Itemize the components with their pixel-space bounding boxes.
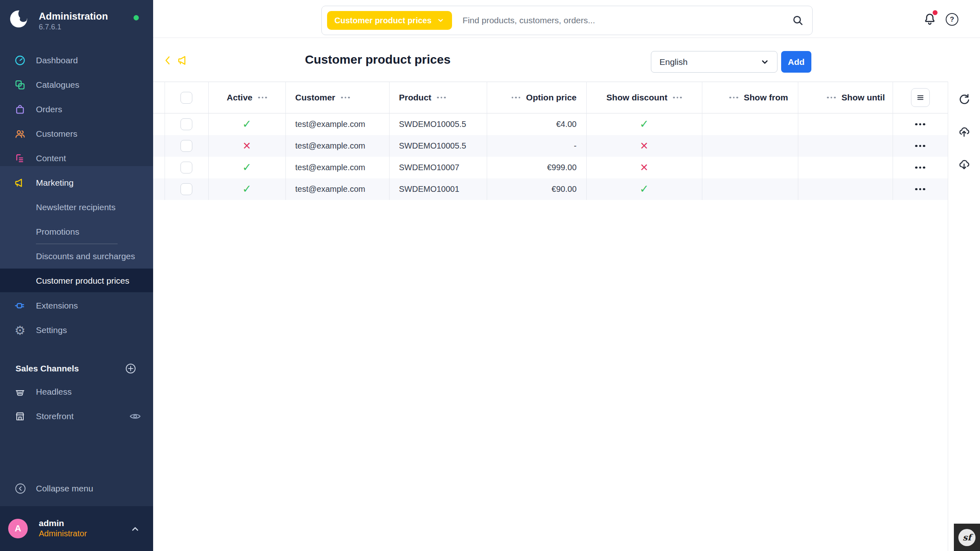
back-button[interactable] xyxy=(162,55,174,66)
column-context-menu-button[interactable] xyxy=(258,97,267,99)
grid-settings-button[interactable] xyxy=(911,88,930,107)
collapse-menu-button[interactable]: Collapse menu xyxy=(0,476,153,501)
sidebar-item-settings[interactable]: ⚙ Settings xyxy=(0,318,153,342)
column-context-menu-button[interactable] xyxy=(827,97,836,99)
row-checkbox[interactable] xyxy=(180,183,192,195)
product-cell[interactable]: SWDEMO10001 xyxy=(399,178,487,200)
show-from-cell xyxy=(702,113,788,135)
row-context-menu-button[interactable] xyxy=(915,188,925,191)
row-checkbox[interactable] xyxy=(180,162,192,173)
storefront-visibility-eye-icon[interactable] xyxy=(129,411,141,422)
option-price-cell: €90.00 xyxy=(487,178,577,200)
global-search-input[interactable]: Customer product prices Find products, c… xyxy=(321,6,813,35)
customer-cell[interactable]: test@example.com xyxy=(295,157,389,178)
sidebar-item-marketing[interactable]: Marketing xyxy=(0,171,153,195)
sidebar-item-discounts-surcharges[interactable]: Discounts and surcharges xyxy=(0,244,153,269)
notifications-button[interactable] xyxy=(923,12,938,27)
column-header-show-from: Show from xyxy=(702,82,788,113)
column-context-menu-button[interactable] xyxy=(512,97,521,99)
grid-side-toolbar xyxy=(948,82,980,551)
sales-channels-label: Sales Channels xyxy=(16,359,138,378)
customer-product-prices-table: Active Customer Product Option price Sho… xyxy=(153,82,948,200)
show-until-cell xyxy=(798,113,885,135)
sidebar-item-headless[interactable]: Headless xyxy=(0,380,153,404)
question-mark-icon: ? xyxy=(950,16,954,24)
option-price-cell: €4.00 xyxy=(487,113,577,135)
option-price-cell: €999.00 xyxy=(487,157,577,178)
sidebar-item-newsletter-recipients[interactable]: Newsletter recipients xyxy=(0,195,153,220)
show-from-cell xyxy=(702,178,788,200)
cloud-download-icon[interactable] xyxy=(958,158,970,171)
show-until-cell xyxy=(798,178,885,200)
search-icon[interactable] xyxy=(792,14,804,27)
column-header-product: Product xyxy=(399,82,487,113)
marketing-group: Marketing Newsletter recipients Promotio… xyxy=(0,166,153,292)
user-menu[interactable]: A admin Administrator xyxy=(0,506,153,551)
column-context-menu-button[interactable] xyxy=(341,97,350,99)
sidebar-item-orders[interactable]: Orders xyxy=(0,97,153,122)
smart-bar: Customer product prices English Add xyxy=(153,38,980,82)
status-dot xyxy=(134,15,139,20)
language-select[interactable]: English xyxy=(651,51,777,73)
product-cell[interactable]: SWDEMO10005.5 xyxy=(399,113,487,135)
row-checkbox[interactable] xyxy=(180,118,192,130)
help-button[interactable]: ? xyxy=(946,13,958,26)
search-scope-tag[interactable]: Customer product prices xyxy=(327,11,452,30)
symfony-profiler-toolbar[interactable]: sf xyxy=(954,524,980,551)
customer-cell[interactable]: test@example.com xyxy=(295,135,389,157)
app-version: 6.7.6.1 xyxy=(39,23,61,31)
row-context-menu-button[interactable] xyxy=(915,123,925,126)
customer-cell[interactable]: test@example.com xyxy=(295,113,389,135)
add-button[interactable]: Add xyxy=(781,51,811,73)
active-mark: ✕ xyxy=(243,141,251,151)
active-mark: ✓ xyxy=(242,162,252,173)
page-title: Customer product prices xyxy=(255,53,500,67)
row-checkbox[interactable] xyxy=(180,140,192,152)
circle-chevron-left-icon xyxy=(15,483,26,496)
show-from-cell xyxy=(702,157,788,178)
dashboard-icon xyxy=(12,48,28,73)
product-cell[interactable]: SWDEMO10007 xyxy=(399,157,487,178)
show-discount-mark: ✓ xyxy=(639,119,649,130)
select-all-checkbox[interactable] xyxy=(180,92,192,104)
sidebar-item-catalogues[interactable]: Catalogues xyxy=(0,73,153,97)
app-title: Administration xyxy=(39,11,108,22)
table-row: ✓ test@example.com SWDEMO10005.5 €4.00 ✓ xyxy=(153,113,948,135)
show-until-cell xyxy=(798,157,885,178)
table-row: ✕ test@example.com SWDEMO10005.5 - ✕ xyxy=(153,135,948,157)
product-cell[interactable]: SWDEMO10005.5 xyxy=(399,135,487,157)
sidebar-item-customers[interactable]: Customers xyxy=(0,122,153,146)
cloud-upload-icon[interactable] xyxy=(958,126,970,138)
refresh-icon[interactable] xyxy=(958,93,970,105)
customers-icon xyxy=(12,122,28,146)
megaphone-icon xyxy=(12,171,28,195)
top-bar: Customer product prices Find products, c… xyxy=(153,0,980,38)
chevron-down-icon xyxy=(437,16,445,24)
row-context-menu-button[interactable] xyxy=(915,145,925,147)
customer-cell[interactable]: test@example.com xyxy=(295,178,389,200)
column-context-menu-button[interactable] xyxy=(437,97,446,99)
shopware-admin: Administration 6.7.6.1 Dashboard Catalog… xyxy=(0,0,980,551)
user-name: admin xyxy=(39,518,64,528)
table-header-row: Active Customer Product Option price Sho… xyxy=(153,82,948,113)
add-sales-channel-button[interactable] xyxy=(125,363,136,374)
sidebar-item-promotions[interactable]: Promotions xyxy=(0,220,153,244)
sidebar-item-customer-product-prices[interactable]: Customer product prices xyxy=(0,269,153,292)
chevron-up-icon xyxy=(130,524,140,533)
sidebar-item-extensions[interactable]: Extensions xyxy=(0,293,153,318)
row-context-menu-button[interactable] xyxy=(915,167,925,169)
storefront-icon xyxy=(12,404,28,429)
show-discount-mark: ✕ xyxy=(640,162,648,173)
column-header-show-until: Show until xyxy=(798,82,885,113)
show-until-cell xyxy=(798,135,885,157)
column-context-menu-button[interactable] xyxy=(673,97,682,99)
column-context-menu-button[interactable] xyxy=(729,97,738,99)
sidebar-item-dashboard[interactable]: Dashboard xyxy=(0,48,153,73)
active-mark: ✓ xyxy=(242,119,252,130)
gear-icon: ⚙ xyxy=(12,318,28,342)
symfony-logo-icon: sf xyxy=(958,529,976,546)
user-role: Administrator xyxy=(39,529,87,538)
catalogues-icon xyxy=(12,73,28,97)
plug-icon xyxy=(12,293,28,318)
table-row: ✓ test@example.com SWDEMO10007 €999.00 ✕ xyxy=(153,157,948,178)
